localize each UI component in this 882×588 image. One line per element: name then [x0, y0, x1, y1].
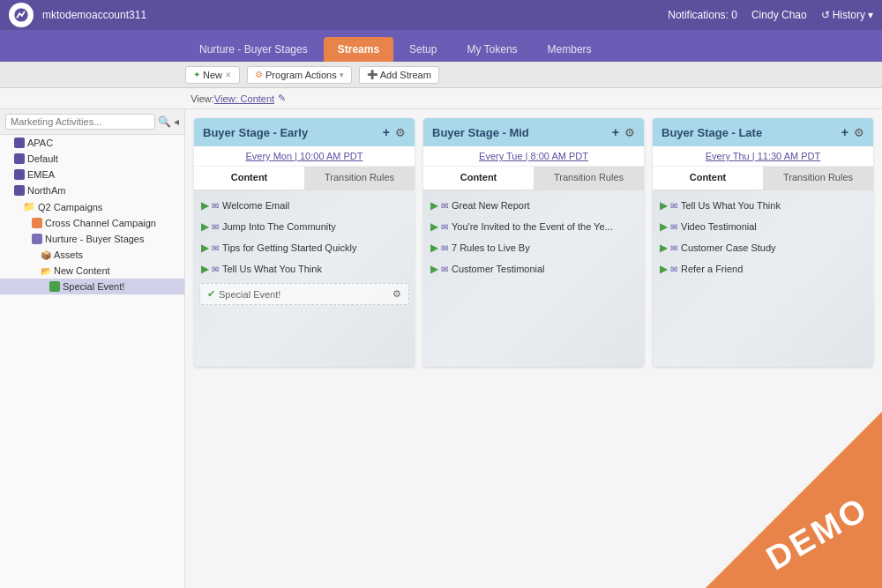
item-label: Tips for Getting Started Quickly — [222, 242, 356, 253]
play-icon: ▶ — [660, 199, 668, 212]
add-stream-button[interactable]: ➕ Add Stream — [359, 66, 439, 84]
new-button[interactable]: ✦ New ✕ — [185, 66, 240, 84]
program-actions-label: Program Actions — [265, 70, 337, 80]
sidebar-collapse-btn[interactable]: ◂ — [174, 115, 179, 128]
tab-streams[interactable]: Streams — [324, 37, 393, 62]
special-event-item[interactable]: ✔ Special Event! ⚙ — [199, 283, 409, 305]
history-button[interactable]: ↺ History ▾ — [821, 9, 873, 21]
stream-early-content-tab[interactable]: Content — [194, 167, 304, 190]
program-actions-dropdown[interactable]: ▾ — [340, 71, 344, 79]
default-label: Default — [27, 153, 58, 164]
stream-late-add-btn[interactable]: + — [841, 125, 848, 139]
stream-late-gear-btn[interactable]: ⚙ — [854, 126, 864, 139]
new-close-icon[interactable]: ✕ — [225, 71, 232, 79]
list-item[interactable]: ▶ ✉ Video Testimonial — [653, 216, 873, 237]
stream-early-gear-btn[interactable]: ⚙ — [395, 126, 406, 139]
user-name[interactable]: Cindy Chao — [751, 9, 807, 21]
sidebar-item-q2[interactable]: 📁 Q2 Campaigns — [0, 198, 184, 215]
new-label: New — [203, 70, 222, 80]
special-event-label: Special Event! — [63, 281, 124, 292]
list-item[interactable]: ▶ ✉ Welcome Email — [194, 195, 415, 216]
sidebar-item-new-content[interactable]: 📂 New Content — [0, 263, 184, 279]
sidebar-item-cross-channel[interactable]: Cross Channel Campaign — [0, 215, 184, 231]
add-stream-icon: ➕ — [367, 70, 377, 79]
list-item[interactable]: ▶ ✉ Tell Us What You Think — [653, 195, 873, 216]
list-item[interactable]: ▶ ✉ Tell Us What You Think — [194, 258, 415, 279]
view-label: View: — [191, 93, 214, 104]
nurture-buyer-icon — [32, 234, 42, 244]
nav-tabs: Nurture - Buyer Stages Streams Setup My … — [0, 30, 882, 62]
streams-container: Buyer Stage - Early + ⚙ Every Mon | 10:0… — [194, 118, 873, 367]
list-item[interactable]: ▶ ✉ 7 Rules to Live By — [423, 237, 644, 258]
stream-mid-gear-btn[interactable]: ⚙ — [624, 126, 635, 139]
list-item[interactable]: ▶ ✉ Tips for Getting Started Quickly — [194, 237, 415, 258]
stream-late-schedule[interactable]: Every Thu | 11:30 AM PDT — [653, 146, 873, 167]
special-event-gear-icon[interactable]: ⚙ — [392, 288, 401, 300]
sidebar-item-emea[interactable]: EMEA — [0, 167, 184, 182]
q2-icon: 📁 — [23, 201, 35, 212]
stream-early-content: ▶ ✉ Welcome Email ▶ ✉ Jump Into The Comm… — [194, 190, 415, 367]
program-actions-button[interactable]: ⚙ Program Actions ▾ — [247, 66, 352, 84]
q2-label: Q2 Campaigns — [38, 202, 102, 212]
list-item[interactable]: ▶ ✉ You're Invited to the Event of the Y… — [423, 216, 644, 237]
apac-icon — [14, 138, 25, 148]
item-label: Welcome Email — [222, 200, 289, 211]
search-button[interactable]: 🔍 — [158, 115, 171, 128]
stream-early-transition-tab[interactable]: Transition Rules — [304, 167, 415, 190]
sidebar-item-northam[interactable]: NorthAm — [0, 182, 184, 198]
stream-early-schedule[interactable]: Every Mon | 10:00 AM PDT — [194, 146, 415, 167]
play-icon: ▶ — [660, 263, 668, 275]
email-icon: ✉ — [670, 201, 677, 211]
content-area: Buyer Stage - Early + ⚙ Every Mon | 10:0… — [185, 109, 882, 588]
view-edit-icon[interactable]: ✎ — [278, 93, 286, 104]
list-item[interactable]: ▶ ✉ Jump Into The Community — [194, 216, 415, 237]
list-item[interactable]: ▶ ✉ Refer a Friend — [653, 258, 873, 279]
stream-mid-schedule[interactable]: Every Tue | 8:00 AM PDT — [423, 146, 644, 167]
stream-mid-add-btn[interactable]: + — [612, 125, 619, 139]
sidebar-item-assets[interactable]: 📦 Assets — [0, 247, 184, 263]
list-item[interactable]: ▶ ✉ Customer Case Study — [653, 237, 873, 258]
stream-late-items: ▶ ✉ Tell Us What You Think ▶ ✉ Video Tes… — [653, 190, 873, 284]
email-icon: ✉ — [212, 201, 219, 211]
stream-mid-header: Buyer Stage - Mid + ⚙ — [423, 118, 644, 146]
item-label: Jump Into The Community — [222, 221, 336, 232]
email-icon: ✉ — [670, 243, 677, 253]
stream-late-transition-tab[interactable]: Transition Rules — [763, 167, 873, 190]
stream-early-add-btn[interactable]: + — [383, 125, 390, 139]
sidebar-search-bar: 🔍 ◂ — [0, 109, 184, 135]
tab-members[interactable]: Members — [534, 37, 606, 62]
stream-mid-content-tab[interactable]: Content — [423, 167, 534, 190]
stream-late-content-tab[interactable]: Content — [653, 167, 763, 190]
play-icon: ▶ — [430, 220, 438, 233]
stream-late-content: ▶ ✉ Tell Us What You Think ▶ ✉ Video Tes… — [653, 190, 873, 367]
new-content-icon: 📂 — [41, 266, 51, 276]
tab-setup[interactable]: Setup — [395, 37, 451, 62]
special-event-check-icon: ✔ — [207, 288, 215, 300]
sidebar-item-nurture-buyer[interactable]: Nurture - Buyer Stages — [0, 231, 184, 247]
email-icon: ✉ — [441, 201, 448, 211]
tab-nurture[interactable]: Nurture - Buyer Stages — [185, 37, 322, 62]
emea-icon — [14, 169, 25, 180]
list-item[interactable]: ▶ ✉ Great New Report — [423, 195, 644, 216]
special-event-icon — [49, 281, 60, 292]
sidebar: 🔍 ◂ APAC Default EMEA NorthAm — [0, 109, 185, 588]
sidebar-item-apac[interactable]: APAC — [0, 135, 184, 151]
sidebar-item-default[interactable]: Default — [0, 151, 184, 167]
stream-early-tabs: Content Transition Rules — [194, 167, 415, 190]
new-icon: ✦ — [193, 70, 200, 79]
play-icon: ▶ — [430, 263, 438, 275]
list-item[interactable]: ▶ ✉ Customer Testimonial — [423, 258, 644, 279]
stream-mid-transition-tab[interactable]: Transition Rules — [534, 167, 644, 190]
search-input[interactable] — [5, 114, 155, 130]
email-icon: ✉ — [212, 264, 219, 274]
stream-late-actions: + ⚙ — [841, 125, 864, 139]
view-content-link[interactable]: View: Content — [214, 93, 274, 104]
stream-mid-content: ▶ ✉ Great New Report ▶ ✉ You're Invited … — [423, 190, 644, 367]
history-icon: ↺ — [821, 9, 830, 21]
header-left: mktodemoaccount311 — [9, 3, 146, 27]
sidebar-item-special-event[interactable]: Special Event! — [0, 279, 184, 294]
item-label: You're Invited to the Event of the Ye... — [452, 221, 613, 232]
item-label: Customer Testimonial — [452, 264, 545, 274]
stream-mid-tabs: Content Transition Rules — [423, 167, 644, 190]
tab-my-tokens[interactable]: My Tokens — [452, 37, 531, 62]
